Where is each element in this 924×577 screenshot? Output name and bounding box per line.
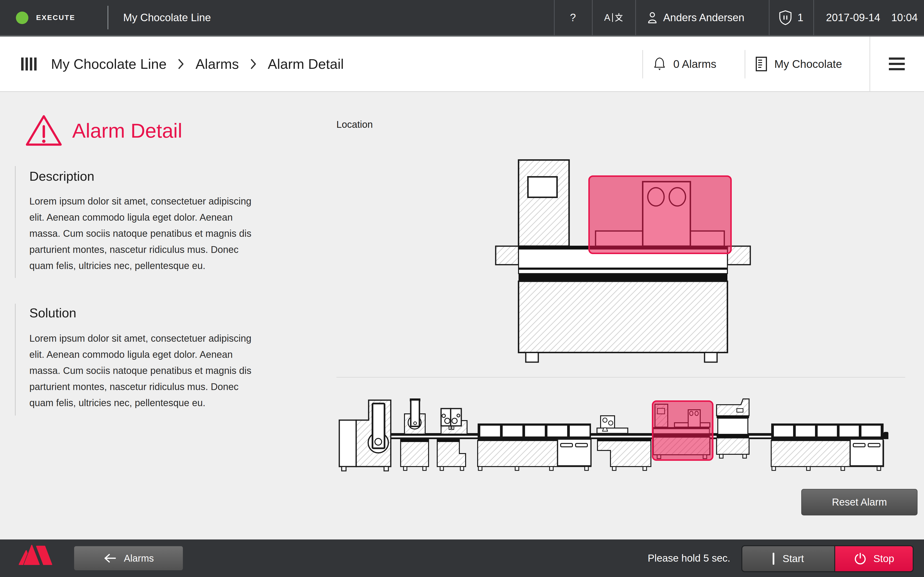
stop-button[interactable]: Stop [835,546,913,571]
notification-count: 1 [797,11,803,24]
app-label: My Chocolate [774,58,842,71]
language-button[interactable]: A [592,0,635,35]
line-machine-tunnel-2 [771,424,884,471]
divider [642,50,643,79]
power-icon [854,552,867,565]
location-label: Location [336,119,373,130]
date-label: 2017-09-14 [826,11,880,24]
notification-shield[interactable]: 1 [769,0,813,35]
help-button[interactable]: ? [554,0,592,35]
alarm-highlight-overlay[interactable] [589,176,731,253]
start-button-label: Start [782,553,804,564]
bell-icon [653,56,666,72]
hamburger-icon [889,58,905,60]
line-machine-depositor [401,398,428,471]
description-heading: Description [29,169,94,184]
user-menu[interactable]: Anders Andersen [635,0,769,35]
app-button[interactable]: My Chocolate [755,37,842,91]
start-icon [773,553,774,565]
alarm-summary-button[interactable]: 0 Alarms [653,37,716,91]
machine-tower [518,160,569,246]
breadcrumb-root[interactable]: My Chocolate Line [51,56,166,72]
user-name: Anders Andersen [663,11,744,24]
status-green-dot-icon [16,11,28,24]
solution-text: Lorem ipsum dolor sit amet, consectetuer… [29,330,328,411]
user-icon [647,11,658,24]
arrow-left-icon [103,553,117,564]
page-title: Alarm Detail [72,119,182,142]
back-button-label: Alarms [124,553,154,564]
alarm-warning-icon [25,114,63,148]
breadcrumb-alarms[interactable]: Alarms [195,56,239,72]
line-machine-highlight-overlay[interactable] [653,401,713,460]
time-label: 10:04 [891,11,918,24]
operating-mode[interactable]: EXECUTE [0,0,108,35]
start-stop-group: Start Stop [741,545,914,572]
description-text: Lorem ipsum dolor sit amet, consectetuer… [29,193,328,274]
line-machine-unwrapper [339,400,391,471]
top-status-bar: EXECUTE My Chocolate Line ? A Anders And… [0,0,924,37]
shield-pause-icon [779,10,792,25]
datetime-display: 2017-09-14 10:04 [813,0,918,35]
operating-mode-label: EXECUTE [36,0,75,35]
location-machine-diagram [481,156,765,368]
production-line-diagram [336,397,894,474]
divider [869,37,870,91]
breadcrumb-bar: My Chocolate Line Alarms Alarm Detail 0 … [0,37,924,92]
breadcrumb-current: Alarm Detail [268,56,344,72]
line-machine-tunnel-1 [478,424,591,471]
line-overview-icon[interactable] [21,58,37,71]
help-icon: ? [570,11,576,24]
start-button[interactable]: Start [742,546,835,571]
report-icon [755,56,768,72]
back-to-alarms-button[interactable]: Alarms [74,546,183,570]
menu-button[interactable] [889,37,905,91]
solution-heading: Solution [29,305,76,320]
brand-logo [19,544,52,565]
language-icon: A [604,13,623,23]
line-machine-wrapper [716,399,749,458]
line-machine-feeder [597,416,651,471]
alarm-count-label: 0 Alarms [673,58,716,71]
stop-button-label: Stop [874,553,894,564]
topbar-line-title: My Chocolate Line [123,0,211,35]
machine-base [518,281,728,362]
section-rule [15,166,16,278]
line-machine-highlighted [653,401,713,460]
divider [745,50,745,79]
divider [108,6,108,29]
diagram-divider [336,377,905,377]
section-rule [15,304,16,416]
reset-alarm-button[interactable]: Reset Alarm [801,489,918,516]
chevron-right-icon [250,58,257,70]
breadcrumb: My Chocolate Line Alarms Alarm Detail [21,37,344,91]
chevron-right-icon [177,58,184,70]
line-machine-inspection [437,409,467,471]
